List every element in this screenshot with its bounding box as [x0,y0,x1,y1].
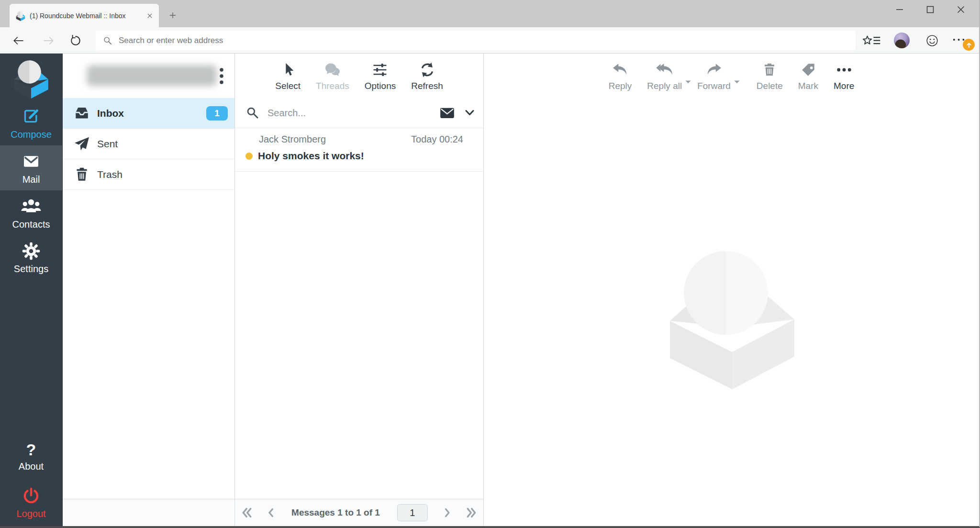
sidebar-item-contacts[interactable]: Contacts [0,190,62,235]
trash-icon [73,166,90,183]
browser-menu-button[interactable] [951,32,976,51]
window-maximize-button[interactable] [915,0,946,19]
message-date: Today 00:24 [411,134,463,145]
message-sender: Jack Stromberg [259,134,326,145]
forward-icon [705,62,723,78]
contacts-icon [21,197,42,216]
message-search-input[interactable] [267,108,439,119]
folder-options-kebab-icon[interactable] [213,66,230,86]
tab-title: (1) Roundcube Webmail :: Inbox [30,12,142,20]
first-page-button[interactable] [241,506,253,519]
options-button[interactable]: Options [358,59,402,93]
address-bar[interactable] [96,31,856,50]
window-close-button[interactable] [946,0,976,19]
message-subject: Holy smokes it works! [258,150,364,162]
sidebar-item-label: Compose [11,130,52,139]
folder-label: Inbox [97,108,124,119]
favorites-hub-icon[interactable] [861,27,882,54]
folder-pane: Inbox 1 Sent Trash [63,54,234,526]
tag-icon [800,62,816,78]
roundcube-watermark [657,240,807,389]
search-icon [102,35,113,46]
sidebar-item-compose[interactable]: Compose [0,100,62,145]
feedback-smiley-icon[interactable] [922,27,943,54]
update-badge-icon [963,39,975,51]
more-button[interactable]: More [827,59,860,93]
gear-icon [22,242,40,260]
next-page-button[interactable] [442,507,453,518]
reply-all-button[interactable]: Reply all [641,59,688,93]
sidebar-item-label: Logout [16,509,45,518]
address-input[interactable] [119,36,849,45]
forward-button[interactable] [38,27,59,54]
roundcube-logo [0,54,62,100]
back-button[interactable] [8,27,29,54]
account-name-blurred [87,65,217,86]
more-ellipsis-icon [835,62,853,78]
folder-label: Trash [97,169,122,180]
sidebar-item-settings[interactable]: Settings [0,235,62,280]
chevron-down-icon[interactable] [464,108,476,118]
folder-item-sent[interactable]: Sent [63,129,234,159]
browser-tab[interactable]: (1) Roundcube Webmail :: Inbox [10,4,159,27]
account-header [63,54,234,98]
options-sliders-icon [372,62,388,78]
refresh-button[interactable]: Refresh [405,59,449,93]
sidebar-item-label: About [19,462,44,471]
reply-all-icon [655,62,674,78]
new-tab-button[interactable] [165,8,180,23]
cursor-select-icon [280,62,296,78]
envelope-icon[interactable] [439,106,455,120]
profile-avatar[interactable] [894,33,910,48]
sent-icon [73,135,90,153]
threads-button[interactable]: Threads [310,59,356,93]
list-toolbar: Select Threads [235,54,483,98]
page-number-input[interactable] [397,504,428,521]
tab-close-icon[interactable] [146,12,153,19]
reply-button[interactable]: Reply [602,59,638,93]
trash-icon [762,62,777,78]
reload-button[interactable] [65,27,86,54]
roundcube-app: Compose Mail Contacts [0,54,979,526]
browser-titlebar: (1) Roundcube Webmail :: Inbox [0,0,980,27]
inbox-icon [73,105,90,122]
mark-button[interactable]: Mark [792,59,824,93]
search-icon[interactable] [245,106,260,120]
previous-page-button[interactable] [266,507,276,518]
pagination-status: Messages 1 to 1 of 1 [291,507,380,518]
sidebar-item-label: Mail [22,175,40,184]
mail-toolbar: Reply Reply all Forward [484,54,979,98]
message-search-bar [235,98,483,128]
sidebar-item-label: Contacts [12,220,50,229]
folder-item-inbox[interactable]: Inbox 1 [63,98,234,129]
sidebar-item-label: Settings [14,264,48,274]
delete-button[interactable]: Delete [750,59,789,93]
message-list-item[interactable]: Jack Stromberg Today 00:24 Holy smokes i… [235,128,483,172]
compose-icon [22,107,41,126]
forward-button-mail[interactable]: Forward [691,59,737,93]
unread-indicator [245,153,253,160]
list-pagination: Messages 1 to 1 of 1 [235,499,483,526]
unread-count-badge: 1 [206,106,228,121]
folder-item-trash[interactable]: Trash [63,159,234,190]
last-page-button[interactable] [465,506,478,519]
sidebar-item-mail[interactable]: Mail [0,145,62,190]
folder-pane-footer [63,499,234,526]
message-list-pane: Select Threads [235,54,483,526]
mail-view-pane: Reply Reply all Forward [484,54,979,526]
window-minimize-button[interactable] [884,0,915,19]
threads-icon [324,62,341,78]
caret-down-icon[interactable] [733,79,741,85]
reply-icon [612,62,629,78]
power-icon [22,487,40,505]
roundcube-favicon-icon [15,11,26,21]
sidebar-item-about[interactable]: ? About [0,434,62,479]
question-icon: ? [26,441,36,458]
sidebar-item-logout[interactable]: Logout [0,479,62,526]
folder-label: Sent [97,138,118,150]
app-sidebar: Compose Mail Contacts [0,54,62,526]
refresh-icon [419,62,435,78]
browser-navbar [0,27,980,54]
mail-icon [21,152,41,171]
select-button[interactable]: Select [269,59,307,93]
